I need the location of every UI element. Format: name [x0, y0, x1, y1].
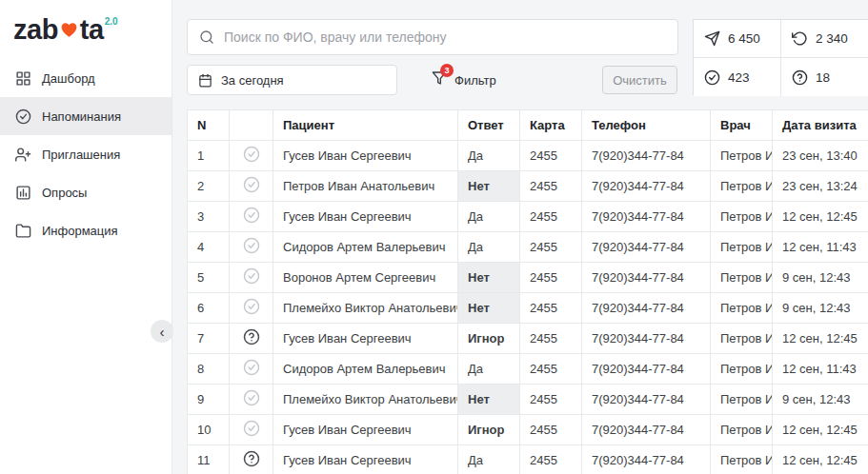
reminders-table: NПациентОтветКартаТелефонВрачДата визита…	[187, 109, 868, 474]
cell-patient: Гусев Иван Сергеевич	[273, 141, 458, 171]
stat-value: 18	[816, 70, 830, 85]
cell-phone: 7(920)344-77-84	[582, 415, 711, 445]
sidebar-item-invitations[interactable]: Приглашения	[0, 135, 172, 173]
cell-card: 2455	[520, 141, 582, 171]
table-row[interactable]: 9Племейхо Виктор АнатольевичНет24557(920…	[188, 385, 868, 415]
reminders-icon	[15, 109, 31, 125]
column-header: Врач	[711, 110, 773, 141]
cell-number: 2	[188, 171, 230, 202]
filter-badge: 3	[440, 64, 454, 77]
cell-answer: Нет	[458, 293, 520, 324]
stat-sent[interactable]: 6 450	[694, 20, 781, 58]
cell-visit-date: 12 сен, 11:43	[773, 354, 868, 385]
sidebar: zab ta 2.0 ДашбордНапоминанияПриглашения…	[0, 0, 172, 474]
undo-icon	[792, 30, 808, 47]
column-header: Телефон	[582, 110, 711, 141]
check-status-icon	[243, 207, 260, 224]
table-row[interactable]: 4Сидоров Артем ВалерьевичДа24557(920)344…	[188, 232, 868, 263]
filter-label: Фильтр	[454, 73, 496, 88]
calendar-icon	[198, 73, 212, 88]
cell-card: 2455	[520, 385, 582, 415]
cell-visit-date: 9 сен, 12:43	[773, 385, 868, 415]
cell-number: 5	[188, 263, 230, 293]
column-header: Карта	[520, 110, 582, 141]
cell-answer: Да	[458, 202, 520, 232]
cell-card: 2455	[520, 445, 582, 474]
date-filter-label: За сегодня	[221, 73, 284, 88]
question-status-icon	[243, 328, 260, 346]
cell-number: 3	[188, 202, 230, 232]
search-icon	[199, 30, 214, 45]
stat-confirmed[interactable]: 423	[694, 58, 781, 96]
main-content: За сегодня 3 Фильтр Очистить 6 4502 3404…	[172, 0, 868, 474]
cell-visit-date: 12 сен, 12:45	[773, 445, 868, 474]
sidebar-item-dashboard[interactable]: Дашборд	[0, 59, 172, 97]
table-row[interactable]: 11Гусев Иван СергеевичДа24557(920)344-77…	[188, 445, 868, 474]
column-header: Дата визита	[773, 110, 868, 141]
cell-phone: 7(920)344-77-84	[582, 385, 711, 415]
cell-answer: Игнор	[458, 324, 520, 354]
table-row[interactable]: 8Сидоров Артем ВалерьевичДа24557(920)344…	[188, 354, 868, 385]
cell-number: 6	[188, 293, 230, 324]
cell-card: 2455	[520, 263, 582, 293]
table-row[interactable]: 3Гусев Иван СергеевичДа24557(920)344-77-…	[188, 202, 868, 232]
cell-status	[230, 232, 273, 263]
cell-answer: Да	[458, 141, 520, 171]
cell-answer: Игнор	[458, 415, 520, 445]
cell-number: 11	[188, 445, 230, 474]
cell-number: 8	[188, 354, 230, 385]
table-row[interactable]: 10Гусев Иван СергеевичИгнор24557(920)344…	[188, 415, 868, 445]
check-status-icon	[243, 146, 260, 163]
stat-value: 6 450	[728, 31, 760, 46]
table-header-row: NПациентОтветКартаТелефонВрачДата визита	[188, 110, 868, 141]
cell-phone: 7(920)344-77-84	[582, 293, 711, 324]
cell-status	[230, 354, 273, 385]
cell-doctor: Петров Ив	[711, 385, 773, 415]
check-icon	[704, 69, 720, 86]
table-body: 1Гусев Иван СергеевичДа24557(920)344-77-…	[188, 141, 868, 474]
cell-patient: Гусев Иван Сергеевич	[273, 324, 458, 354]
cell-answer: Да	[458, 232, 520, 263]
cell-phone: 7(920)344-77-84	[582, 324, 711, 354]
cell-visit-date: 9 сен, 12:43	[773, 263, 868, 293]
sidebar-item-surveys[interactable]: Опросы	[0, 173, 172, 211]
cell-answer: Нет	[458, 263, 520, 293]
table-row[interactable]: 5Воронов Артем СергеевичНет24557(920)344…	[188, 263, 868, 293]
clear-button[interactable]: Очистить	[602, 66, 677, 94]
clear-button-label: Очистить	[613, 73, 667, 88]
cell-doctor: Петров Ив	[711, 263, 773, 293]
date-filter-button[interactable]: За сегодня	[187, 65, 397, 95]
logo-text-left: zab	[13, 13, 58, 46]
sidebar-item-label: Напоминания	[42, 109, 121, 124]
app-logo: zab ta 2.0	[0, 0, 172, 55]
cell-status	[230, 202, 273, 232]
cell-visit-date: 9 сен, 12:43	[773, 293, 868, 324]
question-icon	[792, 69, 808, 86]
stat-value: 423	[728, 70, 750, 85]
column-header: N	[188, 110, 230, 141]
table-row[interactable]: 7Гусев Иван СергеевичИгнор24557(920)344-…	[188, 324, 868, 354]
cell-doctor: Петров Ив	[711, 324, 773, 354]
check-status-icon	[243, 420, 260, 437]
table-row[interactable]: 6Племейхо Виктор АнатольевичНет24557(920…	[188, 293, 868, 324]
search-input[interactable]	[224, 30, 666, 45]
check-status-icon	[243, 176, 260, 193]
sidebar-collapse-button[interactable]: ‹	[151, 320, 173, 343]
table-row[interactable]: 2Петров Иван АнатольевичНет24557(920)344…	[188, 171, 868, 202]
stat-returned[interactable]: 2 340	[781, 20, 868, 58]
cell-patient: Гусев Иван Сергеевич	[273, 445, 458, 474]
column-header: Ответ	[458, 110, 520, 141]
sidebar-item-information[interactable]: Информация	[0, 211, 172, 249]
cell-answer: Да	[458, 354, 520, 385]
stat-unknown[interactable]: 18	[781, 58, 868, 96]
cell-card: 2455	[520, 171, 582, 202]
table-row[interactable]: 1Гусев Иван СергеевичДа24557(920)344-77-…	[188, 141, 868, 171]
send-icon	[704, 30, 720, 47]
sidebar-item-reminders[interactable]: Напоминания	[0, 97, 172, 135]
surveys-icon	[15, 185, 31, 201]
filter-button[interactable]: 3 Фильтр	[432, 67, 496, 93]
cell-number: 1	[188, 141, 230, 171]
cell-answer: Да	[458, 445, 520, 474]
cell-patient: Воронов Артем Сергеевич	[273, 263, 458, 293]
cell-phone: 7(920)344-77-84	[582, 232, 711, 263]
